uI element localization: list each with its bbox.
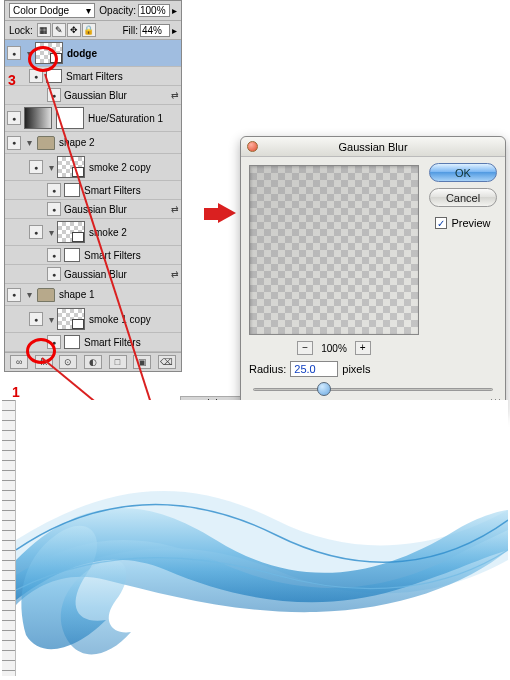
filter-name: Gaussian Blur — [64, 269, 169, 280]
chevron-down-icon[interactable]: ▸ — [172, 25, 177, 36]
eye-icon[interactable] — [29, 225, 43, 239]
blend-mode-select[interactable]: Color Dodge ▾ — [9, 3, 95, 18]
eye-icon[interactable] — [29, 160, 43, 174]
fold-icon[interactable]: ▾ — [46, 314, 56, 325]
filter-mask-thumbnail[interactable] — [64, 248, 80, 262]
delete-layer-button[interactable]: ⌫ — [158, 355, 176, 369]
layer-mask-thumbnail[interactable] — [56, 107, 84, 129]
fold-icon[interactable]: ▾ — [24, 48, 34, 59]
layer-name[interactable]: smoke 2 copy — [89, 162, 179, 173]
filter-gaussian-blur[interactable]: Gaussian Blur ⇄ — [5, 265, 181, 284]
dialog-title: Gaussian Blur — [338, 141, 407, 153]
annotation-number-1: 1 — [12, 384, 20, 400]
filter-mask-thumbnail[interactable] — [64, 335, 80, 349]
layer-name[interactable]: smoke 1 copy — [89, 314, 179, 325]
lock-transparency-icon[interactable]: ▦ — [37, 23, 51, 37]
radius-slider[interactable] — [253, 381, 493, 397]
smart-filters-label: Smart Filters — [84, 337, 179, 348]
layer-name[interactable]: smoke 2 — [89, 227, 179, 238]
group-name[interactable]: shape 1 — [59, 289, 179, 300]
filter-mask-thumbnail[interactable] — [46, 69, 62, 83]
filter-gaussian-blur[interactable]: Gaussian Blur ⇄ — [5, 86, 181, 105]
preview-checkbox[interactable]: ✓ Preview — [435, 217, 490, 229]
smart-filters-row[interactable]: Smart Filters — [5, 333, 181, 352]
layer-hue-saturation[interactable]: Hue/Saturation 1 — [5, 105, 181, 132]
fold-icon[interactable]: ▾ — [24, 137, 34, 148]
layer-thumbnail[interactable] — [57, 221, 85, 243]
eye-icon[interactable] — [47, 183, 61, 197]
wave-artwork — [16, 400, 508, 676]
layers-list[interactable]: ▾ dodge Smart Filters Gaussian Blur ⇄ Hu… — [5, 40, 181, 352]
eye-icon[interactable] — [47, 267, 61, 281]
dialog-titlebar[interactable]: Gaussian Blur — [241, 137, 505, 157]
link-layers-button[interactable]: ∞ — [10, 355, 28, 369]
new-layer-button[interactable]: ▣ — [133, 355, 151, 369]
smart-filters-row[interactable]: Smart Filters — [5, 246, 181, 265]
fold-icon[interactable]: ▾ — [24, 289, 34, 300]
radius-row: Radius: pixels — [249, 361, 497, 377]
filter-gaussian-blur[interactable]: Gaussian Blur ⇄ — [5, 200, 181, 219]
layer-smoke-2-copy[interactable]: ▾ smoke 2 copy — [5, 154, 181, 181]
smart-filters-label: Smart Filters — [66, 71, 179, 82]
eye-icon[interactable] — [7, 111, 21, 125]
layer-name[interactable]: dodge — [67, 48, 179, 59]
new-adjustment-button[interactable]: ◐ — [84, 355, 102, 369]
layer-thumbnail[interactable] — [24, 107, 52, 129]
eye-icon[interactable] — [29, 69, 43, 83]
filter-mask-thumbnail[interactable] — [64, 183, 80, 197]
layer-thumbnail[interactable] — [57, 156, 85, 178]
opacity-input[interactable] — [138, 4, 170, 17]
layer-smoke-2[interactable]: ▾ smoke 2 — [5, 219, 181, 246]
new-group-button[interactable]: □ — [109, 355, 127, 369]
lock-pixels-icon[interactable]: ✎ — [52, 23, 66, 37]
zoom-in-button[interactable]: + — [355, 341, 371, 355]
smart-filters-row[interactable]: Smart Filters — [5, 181, 181, 200]
filter-options-icon[interactable]: ⇄ — [171, 90, 179, 100]
fold-icon[interactable]: ▾ — [46, 227, 56, 238]
layers-panel: Color Dodge ▾ Opacity: ▸ Lock: ▦ ✎ ✥ 🔒 F… — [4, 0, 182, 372]
layers-panel-footer: ∞ fx ⊙ ◐ □ ▣ ⌫ — [5, 352, 181, 371]
chevron-down-icon[interactable]: ▸ — [172, 5, 177, 16]
cancel-button[interactable]: Cancel — [429, 188, 497, 207]
lock-all-icon[interactable]: 🔒 — [82, 23, 96, 37]
layer-style-button[interactable]: fx — [35, 355, 53, 369]
fold-icon[interactable]: ▾ — [46, 162, 56, 173]
filter-options-icon[interactable]: ⇄ — [171, 269, 179, 279]
document-canvas[interactable] — [2, 400, 508, 676]
lock-position-icon[interactable]: ✥ — [67, 23, 81, 37]
eye-icon[interactable] — [47, 335, 61, 349]
layer-thumbnail[interactable] — [35, 42, 63, 64]
eye-icon[interactable] — [7, 46, 21, 60]
preview-image[interactable] — [249, 165, 419, 335]
slider-track — [253, 388, 493, 391]
eye-icon[interactable] — [47, 88, 61, 102]
filter-options-icon[interactable]: ⇄ — [171, 204, 179, 214]
eye-icon[interactable] — [7, 136, 21, 150]
eye-icon[interactable] — [47, 248, 61, 262]
vertical-ruler — [2, 400, 16, 676]
layer-smoke-1-copy[interactable]: ▾ smoke 1 copy — [5, 306, 181, 333]
eye-icon[interactable] — [47, 202, 61, 216]
smart-filters-row[interactable]: Smart Filters — [5, 67, 181, 86]
layer-thumbnail[interactable] — [57, 308, 85, 330]
group-name[interactable]: shape 2 — [59, 137, 179, 148]
eye-icon[interactable] — [7, 288, 21, 302]
blend-mode-value: Color Dodge — [13, 5, 69, 16]
layer-name[interactable]: Hue/Saturation 1 — [88, 113, 179, 124]
radius-input[interactable] — [290, 361, 338, 377]
ok-button[interactable]: OK — [429, 163, 497, 182]
smart-filters-label: Smart Filters — [84, 250, 179, 261]
preview-label: Preview — [451, 217, 490, 229]
chevron-down-icon: ▾ — [86, 5, 91, 16]
filter-name: Gaussian Blur — [64, 90, 169, 101]
slider-thumb[interactable] — [317, 382, 331, 396]
zoom-out-button[interactable]: − — [297, 341, 313, 355]
eye-icon[interactable] — [29, 312, 43, 326]
group-shape-1[interactable]: ▾ shape 1 — [5, 284, 181, 306]
fill-input[interactable] — [140, 24, 170, 37]
layer-mask-button[interactable]: ⊙ — [59, 355, 77, 369]
layer-dodge[interactable]: ▾ dodge — [5, 40, 181, 67]
zoom-value: 100% — [321, 343, 347, 354]
close-button[interactable] — [247, 141, 258, 152]
group-shape-2[interactable]: ▾ shape 2 — [5, 132, 181, 154]
